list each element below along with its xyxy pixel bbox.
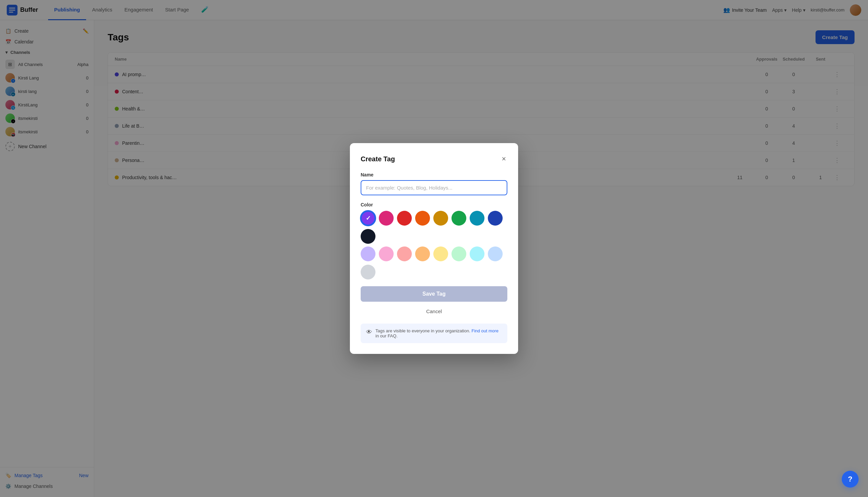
color-swatch-navy[interactable] xyxy=(488,211,503,226)
color-swatch-yellow[interactable] xyxy=(433,211,448,226)
color-swatch-light-yellow[interactable] xyxy=(433,246,448,261)
color-swatch-light-blue[interactable] xyxy=(488,246,503,261)
color-swatch-light-orange[interactable] xyxy=(415,246,430,261)
modal-title: Create Tag xyxy=(361,155,395,163)
find-out-more-link[interactable]: Find out more xyxy=(471,328,498,333)
eye-icon: 👁 xyxy=(366,329,372,336)
color-swatch-pink-hot[interactable] xyxy=(379,211,394,226)
color-swatch-red[interactable] xyxy=(397,211,412,226)
color-label: Color xyxy=(361,202,507,208)
color-swatch-light-red[interactable] xyxy=(397,246,412,261)
color-section: Color ✓ xyxy=(361,202,507,280)
color-swatch-black[interactable] xyxy=(361,229,376,244)
modal-close-button[interactable]: × xyxy=(500,154,507,164)
color-swatch-teal[interactable] xyxy=(470,211,484,226)
info-text: Tags are visible to everyone in your org… xyxy=(376,328,470,333)
create-tag-modal: Create Tag × Name Color ✓ xyxy=(350,143,518,354)
color-grid-row2 xyxy=(361,246,507,280)
save-tag-button[interactable]: Save Tag xyxy=(361,286,507,302)
color-swatch-orange[interactable] xyxy=(415,211,430,226)
help-circle-button[interactable]: ? xyxy=(842,471,858,487)
tag-name-input[interactable] xyxy=(361,180,507,195)
color-swatch-light-pink[interactable] xyxy=(379,246,394,261)
color-swatch-light-gray[interactable] xyxy=(361,265,376,280)
check-icon: ✓ xyxy=(366,214,371,222)
color-grid-row1: ✓ xyxy=(361,211,507,244)
name-label: Name xyxy=(361,172,507,178)
info-box: 👁 Tags are visible to everyone in your o… xyxy=(361,324,507,343)
color-swatch-green[interactable] xyxy=(452,211,466,226)
color-swatch-light-green[interactable] xyxy=(452,246,466,261)
modal-overlay[interactable]: Create Tag × Name Color ✓ xyxy=(0,0,868,497)
cancel-button[interactable]: Cancel xyxy=(361,306,507,317)
color-swatch-purple[interactable]: ✓ xyxy=(361,211,376,226)
color-swatch-light-teal[interactable] xyxy=(470,246,484,261)
info-suffix: in our FAQ. xyxy=(376,333,398,338)
modal-header: Create Tag × xyxy=(361,154,507,164)
color-swatch-light-purple[interactable] xyxy=(361,246,376,261)
